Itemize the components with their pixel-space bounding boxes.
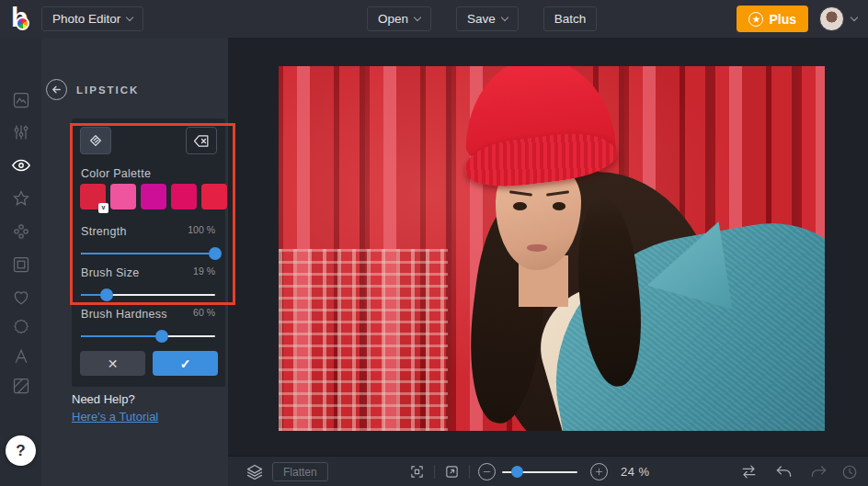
zoom-slider-handle[interactable] xyxy=(511,466,523,478)
chevron-down-icon xyxy=(126,14,133,21)
photo-eye xyxy=(553,202,566,210)
slider-label: Brush Size xyxy=(81,266,139,279)
history-icon[interactable] xyxy=(838,457,862,486)
photo-lips xyxy=(527,244,547,252)
photo-eyebrow xyxy=(509,191,532,197)
apply-button[interactable]: ✓ xyxy=(153,351,218,376)
batch-button[interactable]: Batch xyxy=(543,6,598,31)
zoom-out-button[interactable] xyxy=(475,457,497,486)
sidebar-item-frames[interactable] xyxy=(0,251,41,278)
zoom-slider[interactable] xyxy=(502,466,577,478)
slider-row: Brush Size19 % xyxy=(81,264,215,301)
photo-eyebrow xyxy=(546,191,569,197)
slider-value: 100 % xyxy=(188,224,215,235)
compare-icon[interactable] xyxy=(737,457,760,486)
divider xyxy=(469,465,470,479)
slider-fill xyxy=(81,253,215,254)
help-glyph: ? xyxy=(16,442,25,460)
batch-label: Batch xyxy=(554,12,587,26)
sidebar-item-graphics[interactable] xyxy=(0,313,41,341)
slider-handle[interactable] xyxy=(209,247,222,260)
color-palette-label: Color Palette xyxy=(81,167,151,180)
tool-rail: ? xyxy=(0,38,41,486)
lipstick-panel: LIPSTICK Color Palette v Strength100 %Br… xyxy=(41,38,228,486)
chevron-down-icon[interactable] xyxy=(851,14,858,21)
slider[interactable] xyxy=(81,330,215,343)
slider-handle[interactable] xyxy=(155,330,168,343)
chevron-down-icon xyxy=(414,14,421,21)
open-button[interactable]: Open xyxy=(367,6,431,31)
sidebar-item-touch-up[interactable] xyxy=(0,152,41,179)
slider[interactable] xyxy=(81,288,215,301)
save-button[interactable]: Save xyxy=(456,6,519,31)
open-label: Open xyxy=(378,12,408,26)
help-button[interactable]: ? xyxy=(6,435,36,466)
photo-eye xyxy=(513,202,527,210)
flatten-button[interactable]: Flatten xyxy=(272,462,328,481)
logo-colorwheel-icon xyxy=(16,17,29,30)
plus-upgrade-button[interactable]: ★ Plus xyxy=(737,6,808,32)
sidebar-item-effects[interactable] xyxy=(0,185,41,212)
color-swatch[interactable] xyxy=(110,184,136,209)
photo-wall-lattice xyxy=(279,249,448,432)
save-label: Save xyxy=(467,12,496,26)
user-avatar[interactable] xyxy=(819,6,844,31)
selected-swatch-badge: v xyxy=(98,203,108,213)
applicator-brush-button[interactable] xyxy=(80,127,111,154)
cancel-button[interactable]: ✕ xyxy=(80,351,145,376)
slider-label: Strength xyxy=(81,225,127,238)
layers-icon[interactable] xyxy=(243,457,267,486)
fullscreen-icon[interactable] xyxy=(440,457,463,486)
eraser-button[interactable] xyxy=(186,127,217,154)
back-button[interactable] xyxy=(46,79,67,100)
plus-label: Plus xyxy=(769,12,796,27)
sidebar-item-textures[interactable] xyxy=(0,372,41,400)
panel-title: LIPSTICK xyxy=(76,85,139,96)
photo-editor-app: b Photo Editor Open Save Batch ★ Plus xyxy=(0,0,868,486)
color-swatch[interactable] xyxy=(141,184,166,209)
zoom-percentage: 24 % xyxy=(621,465,650,479)
slider-handle[interactable] xyxy=(100,288,113,301)
sidebar-item-photo-edit[interactable] xyxy=(0,86,41,114)
sidebar-item-text[interactable] xyxy=(0,343,41,370)
color-swatch[interactable]: v xyxy=(80,184,106,209)
slider[interactable] xyxy=(81,247,215,260)
lipstick-settings-card: Color Palette v Strength100 %Brush Size1… xyxy=(72,119,225,387)
fit-to-screen-icon[interactable] xyxy=(405,457,428,486)
chevron-down-icon xyxy=(501,14,508,21)
redo-icon[interactable] xyxy=(806,457,830,486)
cancel-x-icon: ✕ xyxy=(108,356,119,371)
slider-value: 19 % xyxy=(193,266,215,277)
color-swatch[interactable] xyxy=(201,184,227,209)
top-bar: b Photo Editor Open Save Batch ★ Plus xyxy=(0,0,868,38)
slider-row: Strength100 % xyxy=(81,222,215,260)
flatten-label: Flatten xyxy=(283,466,317,479)
sidebar-item-artsy[interactable] xyxy=(0,218,41,245)
topbar-center-group: Open Save Batch xyxy=(367,6,597,31)
star-circle-icon: ★ xyxy=(748,12,763,27)
bottom-bar: Flatten 24 % xyxy=(228,456,868,486)
need-help-text: Need Help? xyxy=(72,392,135,406)
app-menu-label: Photo Editor xyxy=(52,12,120,26)
color-swatch[interactable] xyxy=(171,184,197,209)
sidebar-item-adjust[interactable] xyxy=(0,119,41,146)
slider-value: 60 % xyxy=(193,307,215,318)
photo-canvas[interactable] xyxy=(279,66,825,431)
undo-icon[interactable] xyxy=(771,457,795,486)
apply-check-icon: ✓ xyxy=(180,356,191,371)
color-swatches: v xyxy=(80,184,227,209)
tutorial-link[interactable]: Here's a Tutorial xyxy=(72,410,158,424)
topbar-right-group: ★ Plus xyxy=(737,0,857,38)
divider xyxy=(434,465,435,479)
app-menu-button[interactable]: Photo Editor xyxy=(41,6,143,31)
slider-label: Brush Hardness xyxy=(81,308,167,321)
slider-fill xyxy=(81,335,162,337)
sidebar-item-overlays[interactable] xyxy=(0,284,41,311)
workspace xyxy=(228,38,868,456)
zoom-in-button[interactable] xyxy=(588,457,610,486)
befunky-logo[interactable]: b xyxy=(9,6,37,33)
slider-row: Brush Hardness60 % xyxy=(81,305,215,343)
confirm-row: ✕ ✓ xyxy=(80,351,218,376)
